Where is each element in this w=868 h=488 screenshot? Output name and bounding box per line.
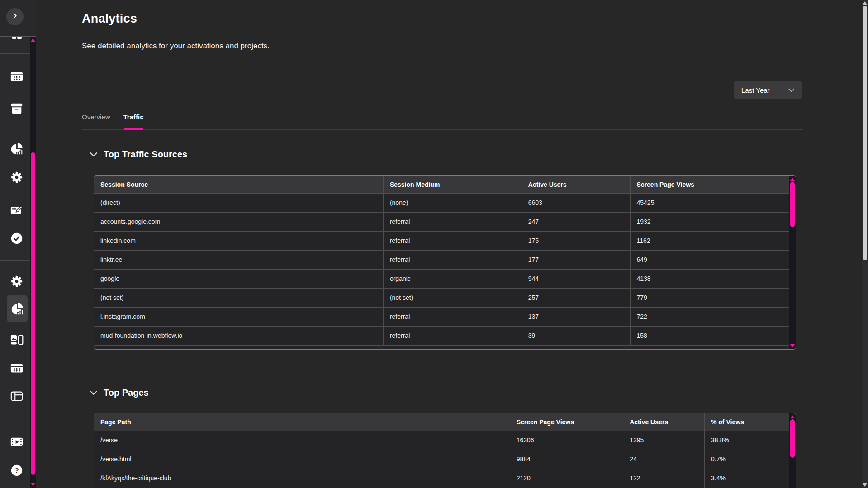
table-cell: 39	[522, 326, 630, 345]
sidebar-item-media[interactable]	[10, 333, 24, 347]
archive-box-icon	[10, 101, 24, 115]
tab-traffic-label: Traffic	[123, 113, 144, 121]
table-cell: 24	[623, 450, 705, 469]
sidebar-scrollbar-thumb[interactable]	[31, 152, 35, 475]
table-scrollbar-thumb[interactable]	[790, 419, 795, 458]
column-header: Active Users	[623, 413, 705, 431]
table-cell: 4138	[630, 269, 789, 288]
table-cell: 45425	[630, 193, 789, 212]
pie-chart-icon	[10, 302, 24, 316]
table-cell: (none)	[383, 193, 522, 212]
scroll-down-arrow-icon[interactable]	[31, 483, 35, 486]
scroll-down-arrow-icon[interactable]	[790, 344, 795, 347]
section-header-top-pages[interactable]: Top Pages	[90, 388, 149, 398]
table-cell: referral	[383, 231, 522, 250]
tab-overview-label: Overview	[82, 113, 110, 121]
table-cell: (not set)	[383, 288, 522, 307]
table-cell: linkedin.com	[94, 231, 383, 250]
table-cell: /verse	[94, 431, 510, 450]
sidebar-divider	[0, 419, 30, 419]
table-cell: (direct)	[94, 193, 383, 212]
table-scrollbar-thumb[interactable]	[790, 182, 795, 227]
section-header-top-traffic-sources[interactable]: Top Traffic Sources	[90, 149, 187, 160]
table-row: linktr.eereferral177649	[94, 250, 789, 269]
sidebar-item-layout[interactable]	[10, 389, 24, 403]
sidebar-item-settings[interactable]	[10, 171, 24, 184]
table-row: (direct)(none)660345425	[94, 193, 789, 212]
table-cell: referral	[383, 326, 522, 345]
sidebar-item-settings-2[interactable]	[10, 275, 24, 288]
table-header-row: Session SourceSession MediumActive Users…	[94, 176, 789, 193]
table-row: linkedin.comreferral1751162	[94, 231, 789, 250]
table-cell: 175	[522, 231, 630, 250]
sidebar-item-help[interactable]: ?	[10, 464, 24, 477]
top-pages-table: Page PathScreen Page ViewsActive Users% …	[94, 413, 789, 488]
sidebar-item-analytics-active[interactable]	[10, 302, 24, 316]
column-header: % of Views	[704, 413, 789, 431]
date-range-select[interactable]: Last Year	[734, 81, 802, 99]
table-cell: google	[94, 269, 383, 288]
scroll-down-arrow-icon[interactable]	[863, 483, 867, 487]
table-row: /kfAkyqx/the-critique-club21201223.4%	[94, 469, 789, 488]
table-cell: 38.8%	[704, 431, 789, 450]
scroll-up-arrow-icon[interactable]	[863, 1, 867, 5]
sidebar-item-card-edit[interactable]	[10, 204, 24, 217]
section-title: Top Traffic Sources	[104, 149, 187, 160]
table-cell: 122	[623, 469, 705, 488]
sidebar-item-archive[interactable]	[10, 101, 24, 115]
table-cell: linktr.ee	[94, 250, 383, 269]
table-cell: 9884	[510, 450, 623, 469]
table-row: googleorganic9444138	[94, 269, 789, 288]
table-scrollbar[interactable]	[789, 176, 796, 349]
window-scrollbar[interactable]	[862, 0, 868, 488]
table-cell: 1162	[630, 231, 789, 250]
help-circle-icon: ?	[10, 464, 24, 477]
table-header-row: Page PathScreen Page ViewsActive Users% …	[94, 413, 789, 431]
section-divider	[82, 371, 803, 371]
scroll-up-arrow-icon[interactable]	[31, 38, 35, 42]
window-scrollbar-thumb[interactable]	[863, 6, 867, 260]
sidebar-scrollbar[interactable]	[30, 37, 36, 488]
layout-panel-icon	[10, 389, 24, 403]
pie-chart-icon	[10, 142, 24, 156]
sidebar-expand-button[interactable]	[6, 8, 24, 25]
tab-traffic[interactable]: Traffic	[123, 113, 144, 130]
table-row: /verse.html9884240.7%	[94, 450, 789, 469]
table-row: /verse16306139538.8%	[94, 431, 789, 450]
top-pages-card: Page PathScreen Page ViewsActive Users% …	[94, 413, 796, 488]
page-subtitle: See detailed analytics for your activati…	[82, 42, 270, 51]
active-tab-underline	[124, 128, 143, 130]
column-header: Page Path	[94, 413, 510, 431]
table-cell: 1395	[623, 431, 705, 450]
table-cell: l.instagram.com	[94, 307, 383, 326]
sidebar-item-schedule[interactable]	[10, 361, 24, 375]
table-cell: accounts.google.com	[94, 212, 383, 231]
tab-overview[interactable]: Overview	[82, 113, 110, 130]
chevron-down-icon	[788, 86, 795, 94]
media-devices-icon	[10, 333, 24, 347]
calendar-icon	[10, 70, 24, 83]
page-title: Analytics	[82, 12, 137, 26]
table-cell: referral	[383, 250, 522, 269]
partial-icon[interactable]	[10, 37, 24, 40]
sidebar-item-calendar[interactable]	[10, 70, 24, 83]
traffic-sources-table: Session SourceSession MediumActive Users…	[94, 176, 789, 346]
table-cell: /kfAkyqx/the-critique-club	[94, 469, 510, 488]
sidebar-item-analytics[interactable]	[10, 142, 24, 156]
chevron-down-icon	[90, 389, 98, 397]
svg-text:?: ?	[14, 466, 19, 474]
scroll-up-arrow-icon[interactable]	[790, 178, 795, 181]
scroll-up-arrow-icon[interactable]	[790, 415, 795, 418]
column-header: Session Source	[94, 176, 383, 193]
analytics-tabs: Overview Traffic	[82, 113, 803, 130]
table-cell: 779	[630, 288, 789, 307]
chevron-right-icon	[10, 11, 20, 23]
sidebar-item-videos[interactable]	[10, 435, 24, 449]
table-cell: 177	[522, 250, 630, 269]
table-scrollbar[interactable]	[789, 413, 796, 488]
sidebar-divider	[0, 128, 30, 128]
column-header: Session Medium	[383, 176, 522, 193]
sidebar-item-approvals[interactable]	[10, 232, 24, 245]
table-cell: 3.4%	[704, 469, 789, 488]
table-row: mud-foundation-in.webflow.ioreferral3915…	[94, 326, 789, 345]
